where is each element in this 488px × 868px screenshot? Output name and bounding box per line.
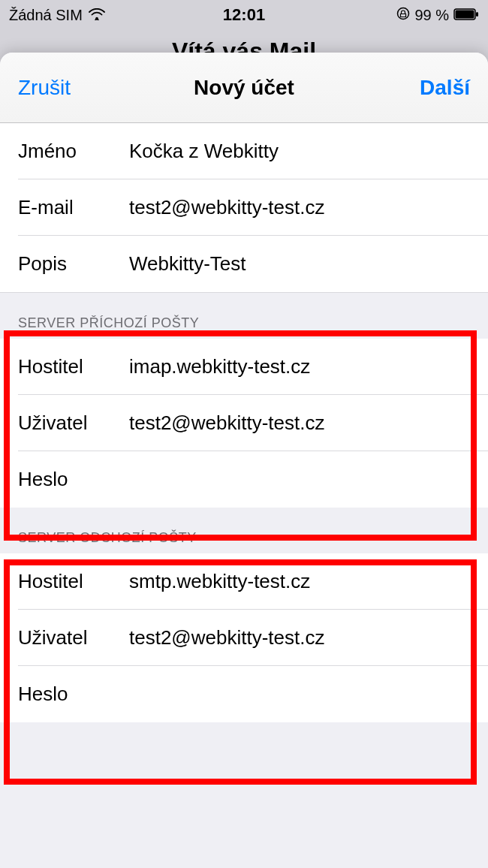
- status-left: Žádná SIM: [9, 7, 105, 24]
- navbar-title: Nový účet: [194, 76, 294, 100]
- row-outgoing-pass[interactable]: Heslo: [0, 666, 488, 722]
- status-bar: Žádná SIM 12:01 99 %: [0, 0, 488, 30]
- row-incoming-host[interactable]: Hostitel: [0, 339, 488, 395]
- wifi-icon: [89, 7, 105, 24]
- incoming-user-label: Uživatel: [18, 411, 129, 435]
- incoming-section: Hostitel Uživatel Heslo: [0, 339, 488, 508]
- account-section: Jméno E-mail Popis: [0, 123, 488, 293]
- orientation-lock-icon: [396, 7, 410, 24]
- outgoing-header: SERVER ODCHOZÍ POŠTY: [0, 508, 488, 553]
- outgoing-user-field[interactable]: [129, 626, 488, 649]
- svg-point-0: [95, 17, 98, 20]
- status-right: 99 %: [396, 7, 479, 24]
- email-field[interactable]: [129, 196, 488, 219]
- row-description[interactable]: Popis: [0, 236, 488, 292]
- outgoing-user-label: Uživatel: [18, 626, 129, 649]
- row-outgoing-host[interactable]: Hostitel: [0, 553, 488, 610]
- svg-rect-4: [476, 12, 478, 17]
- row-name[interactable]: Jméno: [0, 123, 488, 179]
- incoming-host-field[interactable]: [129, 355, 488, 378]
- carrier-text: Žádná SIM: [9, 7, 83, 24]
- incoming-header: SERVER PŘÍCHOZÍ POŠTY: [0, 293, 488, 339]
- battery-icon: [453, 7, 479, 24]
- email-label: E-mail: [18, 196, 129, 219]
- row-incoming-user[interactable]: Uživatel: [0, 395, 488, 451]
- next-button[interactable]: Další: [420, 76, 470, 100]
- name-field[interactable]: [129, 140, 488, 163]
- modal-sheet: Zrušit Nový účet Další Jméno E-mail Popi…: [0, 53, 488, 868]
- navbar: Zrušit Nový účet Další: [0, 53, 488, 123]
- svg-rect-3: [456, 10, 474, 18]
- description-field[interactable]: [129, 252, 488, 276]
- row-outgoing-user[interactable]: Uživatel: [0, 610, 488, 666]
- status-time: 12:01: [223, 5, 265, 25]
- incoming-pass-label: Heslo: [18, 468, 129, 491]
- description-label: Popis: [18, 252, 129, 276]
- incoming-pass-field[interactable]: [129, 468, 488, 491]
- outgoing-host-label: Hostitel: [18, 570, 129, 593]
- battery-percent: 99 %: [414, 7, 449, 24]
- outgoing-pass-field[interactable]: [129, 683, 488, 706]
- outgoing-section: Hostitel Uživatel Heslo: [0, 553, 488, 722]
- name-label: Jméno: [18, 140, 129, 163]
- cancel-button[interactable]: Zrušit: [18, 76, 71, 100]
- outgoing-pass-label: Heslo: [18, 683, 129, 706]
- incoming-user-field[interactable]: [129, 411, 488, 435]
- incoming-host-label: Hostitel: [18, 355, 129, 378]
- outgoing-host-field[interactable]: [129, 570, 488, 593]
- row-email[interactable]: E-mail: [0, 179, 488, 236]
- row-incoming-pass[interactable]: Heslo: [0, 451, 488, 508]
